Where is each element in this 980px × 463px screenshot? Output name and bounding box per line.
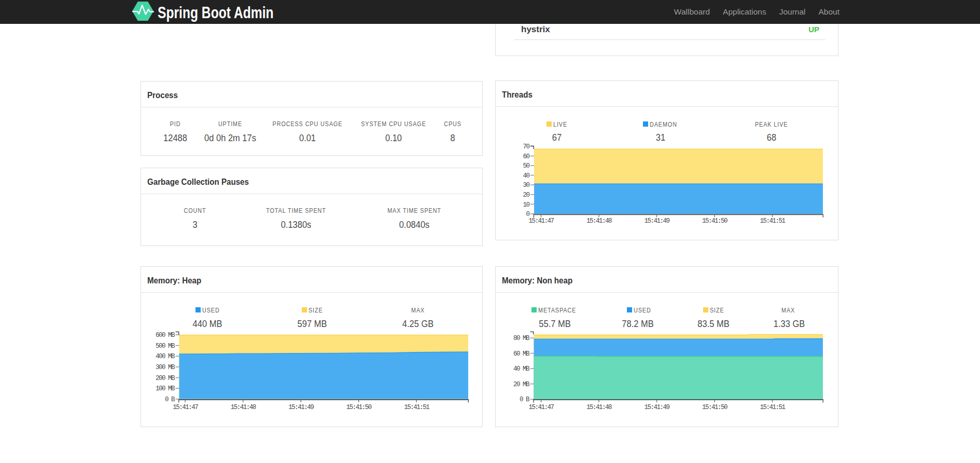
svg-text:15:41:49: 15:41:49 <box>644 404 669 411</box>
svg-text:15:41:51: 15:41:51 <box>760 217 785 225</box>
svg-text:10: 10 <box>523 201 529 209</box>
svg-text:15:41:47: 15:41:47 <box>173 404 198 411</box>
svg-text:15:41:49: 15:41:49 <box>644 217 669 225</box>
svg-text:15:41:48: 15:41:48 <box>231 404 256 411</box>
svg-text:15:41:51: 15:41:51 <box>404 404 429 411</box>
svg-text:300 MB: 300 MB <box>156 364 175 371</box>
svg-text:15:41:50: 15:41:50 <box>346 404 372 411</box>
svg-text:40: 40 <box>523 172 529 180</box>
svg-text:15:41:48: 15:41:48 <box>586 404 612 411</box>
svg-text:15:41:51: 15:41:51 <box>760 404 785 411</box>
svg-text:40 MB: 40 MB <box>513 365 530 373</box>
svg-text:15:41:47: 15:41:47 <box>528 404 554 411</box>
svg-text:15:41:50: 15:41:50 <box>702 217 727 225</box>
svg-text:0 B: 0 B <box>520 396 530 403</box>
svg-text:70: 70 <box>523 143 529 151</box>
svg-text:15:41:48: 15:41:48 <box>586 217 612 225</box>
svg-text:0 B: 0 B <box>165 396 175 403</box>
svg-text:20 MB: 20 MB <box>513 381 530 388</box>
svg-text:200 MB: 200 MB <box>156 375 175 382</box>
svg-text:15:41:49: 15:41:49 <box>288 404 314 411</box>
svg-text:15:41:47: 15:41:47 <box>528 217 554 225</box>
svg-text:80 MB: 80 MB <box>513 335 530 342</box>
svg-text:60: 60 <box>523 153 529 160</box>
svg-text:20: 20 <box>523 192 529 199</box>
svg-text:30: 30 <box>523 182 529 189</box>
svg-text:600 MB: 600 MB <box>156 332 175 339</box>
svg-text:500 MB: 500 MB <box>156 343 175 350</box>
svg-text:60 MB: 60 MB <box>513 350 530 358</box>
svg-text:50: 50 <box>523 162 529 170</box>
svg-text:15:41:50: 15:41:50 <box>702 404 727 411</box>
svg-text:100 MB: 100 MB <box>156 385 175 392</box>
svg-text:400 MB: 400 MB <box>156 353 175 360</box>
